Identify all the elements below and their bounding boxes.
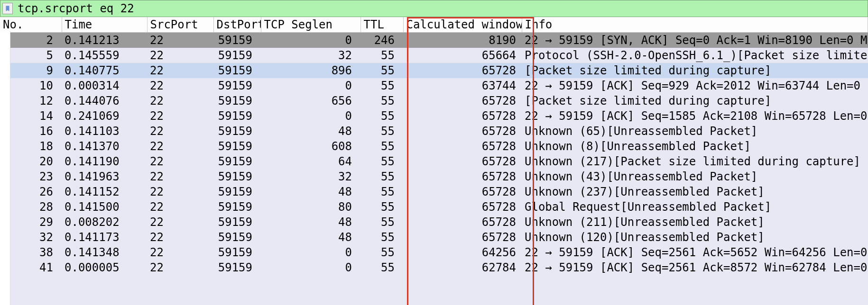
table-row[interactable]: 50.1455592259159325565664Protocol (SSH-2… — [0, 48, 868, 63]
col-header-dstport[interactable]: DstPort — [213, 17, 261, 33]
cell-ttl: 55 — [360, 124, 403, 139]
col-header-no[interactable]: No. — [0, 17, 62, 33]
cell-ttl: 55 — [360, 48, 403, 63]
cell-srcport: 22 — [147, 245, 213, 260]
cell-info: Unknown (237)[Unreassembled Packet] — [522, 184, 868, 199]
col-header-srcport[interactable]: SrcPort — [147, 17, 213, 33]
cell-srcport: 22 — [147, 169, 213, 184]
cell-calcwin: 65664 — [403, 48, 522, 63]
table-row[interactable]: 160.1411032259159485565728Unknown (65)[U… — [0, 124, 868, 139]
table-row[interactable]: 180.14137022591596085565728Unknown (8)[U… — [0, 139, 868, 154]
cell-seglen: 48 — [261, 230, 360, 245]
cell-calcwin: 62784 — [403, 260, 522, 275]
cell-seglen: 896 — [261, 63, 360, 78]
table-row[interactable]: 320.1411732259159485565728Unknown (120)[… — [0, 230, 868, 245]
cell-calcwin: 63744 — [403, 78, 522, 93]
cell-info: Unknown (65)[Unreassembled Packet] — [522, 124, 868, 139]
cell-seglen: 64 — [261, 154, 360, 169]
cell-seglen: 0 — [261, 78, 360, 93]
col-header-calcwin[interactable]: Calculated window — [403, 17, 522, 33]
cell-info: 22 → 59159 [SYN, ACK] Seq=0 Ack=1 Win=81… — [522, 33, 868, 48]
packet-list-header-row[interactable]: No. Time SrcPort DstPort TCP Seglen TTL … — [0, 17, 868, 33]
cell-time: 0.141370 — [62, 139, 147, 154]
cell-info: Unknown (120)[Unreassembled Packet] — [522, 230, 868, 245]
col-header-time[interactable]: Time — [62, 17, 147, 33]
cell-ttl: 55 — [360, 184, 403, 199]
cell-ttl: 246 — [360, 33, 403, 48]
cell-seglen: 48 — [261, 124, 360, 139]
cell-info: Protocol (SSH-2.0-OpenSSH_6.1_)[Packet s… — [522, 48, 868, 63]
display-filter-bar — [0, 0, 868, 17]
display-filter-input[interactable] — [16, 1, 866, 16]
packet-list-table: No. Time SrcPort DstPort TCP Seglen TTL … — [0, 17, 868, 275]
cell-ttl: 55 — [360, 169, 403, 184]
cell-seglen: 0 — [261, 260, 360, 275]
cell-ttl: 55 — [360, 245, 403, 260]
cell-info: 22 → 59159 [ACK] Seq=2561 Ack=5652 Win=6… — [522, 245, 868, 260]
cell-dstport: 59159 — [213, 169, 261, 184]
cell-time: 0.141103 — [62, 124, 147, 139]
cell-calcwin: 65728 — [403, 199, 522, 215]
cell-time: 0.141963 — [62, 169, 147, 184]
cell-dstport: 59159 — [213, 124, 261, 139]
cell-srcport: 22 — [147, 33, 213, 48]
cell-srcport: 22 — [147, 215, 213, 230]
table-row[interactable]: 90.14077522591598965565728[Packet size l… — [0, 63, 868, 78]
cell-time: 0.140775 — [62, 63, 147, 78]
cell-srcport: 22 — [147, 154, 213, 169]
cell-time: 0.145559 — [62, 48, 147, 63]
cell-dstport: 59159 — [213, 93, 261, 108]
cell-time: 0.000005 — [62, 260, 147, 275]
cell-dstport: 59159 — [213, 139, 261, 154]
cell-info: Unknown (8)[Unreassembled Packet] — [522, 139, 868, 154]
cell-calcwin: 65728 — [403, 108, 522, 124]
cell-info: 22 → 59159 [ACK] Seq=2561 Ack=8572 Win=6… — [522, 260, 868, 275]
table-row[interactable]: 410.00000522591590556278422 → 59159 [ACK… — [0, 260, 868, 275]
table-row[interactable]: 290.0082022259159485565728Unknown (211)[… — [0, 215, 868, 230]
table-row[interactable]: 230.1419632259159325565728Unknown (43)[U… — [0, 169, 868, 184]
packet-list-pane[interactable]: No. Time SrcPort DstPort TCP Seglen TTL … — [0, 17, 868, 305]
table-row[interactable]: 100.00031422591590556374422 → 59159 [ACK… — [0, 78, 868, 93]
cell-info: Unknown (43)[Unreassembled Packet] — [522, 169, 868, 184]
cell-time: 0.008202 — [62, 215, 147, 230]
table-row[interactable]: 280.1415002259159805565728Global Request… — [0, 199, 868, 215]
table-row[interactable]: 260.1411522259159485565728Unknown (237)[… — [0, 184, 868, 199]
cell-info: Global Request[Unreassembled Packet] — [522, 199, 868, 215]
table-row[interactable]: 380.14134822591590556425622 → 59159 [ACK… — [0, 245, 868, 260]
table-row[interactable]: 140.24106922591590556572822 → 59159 [ACK… — [0, 108, 868, 124]
cell-srcport: 22 — [147, 78, 213, 93]
cell-dstport: 59159 — [213, 260, 261, 275]
cell-dstport: 59159 — [213, 63, 261, 78]
cell-calcwin: 8190 — [403, 33, 522, 48]
col-header-info[interactable]: Info — [522, 17, 868, 33]
table-row[interactable]: 200.1411902259159645565728Unknown (217)[… — [0, 154, 868, 169]
cell-calcwin: 65728 — [403, 169, 522, 184]
cell-srcport: 22 — [147, 139, 213, 154]
table-row[interactable]: 120.14407622591596565565728[Packet size … — [0, 93, 868, 108]
cell-calcwin: 65728 — [403, 184, 522, 199]
cell-time: 0.141348 — [62, 245, 147, 260]
cell-seglen: 608 — [261, 139, 360, 154]
cell-time: 0.141500 — [62, 199, 147, 215]
table-row[interactable]: 20.14121322591590246819022 → 59159 [SYN,… — [0, 33, 868, 48]
bookmark-icon[interactable] — [2, 3, 13, 14]
cell-calcwin: 65728 — [403, 63, 522, 78]
cell-calcwin: 65728 — [403, 139, 522, 154]
col-header-ttl[interactable]: TTL — [360, 17, 403, 33]
cell-ttl: 55 — [360, 108, 403, 124]
cell-seglen: 32 — [261, 48, 360, 63]
cell-dstport: 59159 — [213, 108, 261, 124]
cell-info: Unknown (211)[Unreassembled Packet] — [522, 215, 868, 230]
cell-dstport: 59159 — [213, 33, 261, 48]
cell-dstport: 59159 — [213, 230, 261, 245]
cell-seglen: 32 — [261, 169, 360, 184]
cell-dstport: 59159 — [213, 184, 261, 199]
cell-srcport: 22 — [147, 93, 213, 108]
cell-ttl: 55 — [360, 199, 403, 215]
cell-dstport: 59159 — [213, 199, 261, 215]
cell-time: 0.144076 — [62, 93, 147, 108]
col-header-seglen[interactable]: TCP Seglen — [261, 17, 360, 33]
cell-info: 22 → 59159 [ACK] Seq=929 Ack=2012 Win=63… — [522, 78, 868, 93]
cell-dstport: 59159 — [213, 245, 261, 260]
cell-ttl: 55 — [360, 93, 403, 108]
